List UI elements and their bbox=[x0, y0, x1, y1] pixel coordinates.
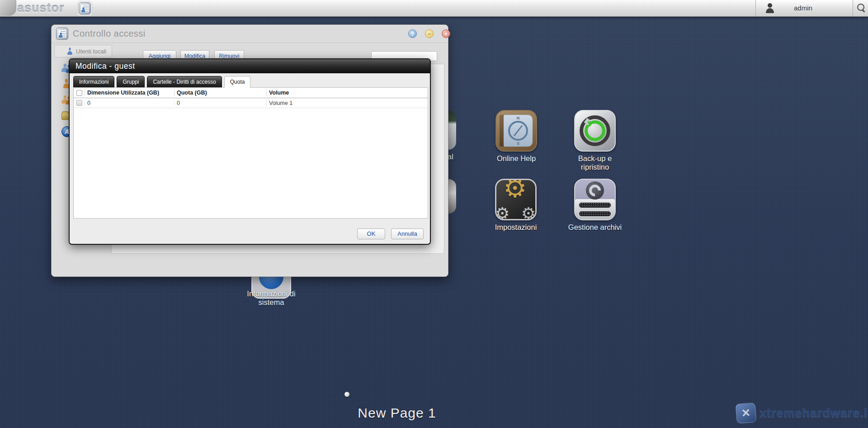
column-header[interactable]: Dimensione Utilizzata (GB) bbox=[85, 90, 174, 96]
table-header-row: Dimensione Utilizzata (GB) Quota (GB) Vo… bbox=[74, 88, 428, 98]
tab-quota[interactable]: Quota bbox=[224, 76, 251, 88]
partial-app-icon-top[interactable] bbox=[448, 111, 456, 150]
watermark: ✕ xtremehardware.it bbox=[736, 403, 868, 423]
tab-cartelle-diritti[interactable]: Cartelle - Diritti di accesso bbox=[147, 76, 222, 88]
user-silhouette-icon bbox=[765, 3, 775, 13]
icon-label: Impostazioni bbox=[482, 223, 550, 232]
sidebar-item-label: Utenti locali bbox=[76, 48, 106, 55]
cell-used-size: 0 bbox=[85, 100, 174, 106]
tab-informazioni[interactable]: Informazioni bbox=[73, 76, 114, 88]
column-header[interactable]: Volume bbox=[266, 90, 428, 96]
asustor-logo: asustor bbox=[17, 0, 65, 16]
access-control-icon bbox=[56, 28, 68, 40]
table-row[interactable]: 0 0 Volume 1 bbox=[74, 98, 428, 108]
ok-button[interactable]: OK bbox=[357, 228, 385, 239]
icon-label: Gestione archivi bbox=[554, 223, 636, 232]
watermark-text: xtremehardware.it bbox=[760, 406, 868, 420]
window-close-button[interactable]: × bbox=[442, 29, 450, 38]
online-help-book-compass-icon bbox=[495, 110, 537, 152]
user-name-label: admin bbox=[794, 4, 812, 12]
page-indicator-dot[interactable] bbox=[344, 392, 349, 397]
dialog-titlebar[interactable]: Modifica - guest bbox=[70, 59, 430, 74]
column-header[interactable]: Quota (GB) bbox=[174, 90, 266, 96]
row-checkbox[interactable] bbox=[76, 100, 82, 106]
dialog-title: Modifica - guest bbox=[75, 62, 135, 71]
desktop-icon-storage-manager[interactable]: Gestione archivi bbox=[574, 179, 616, 220]
top-bar: asustor admin bbox=[0, 0, 868, 17]
select-all-checkbox[interactable] bbox=[76, 90, 82, 96]
cell-quota: 0 bbox=[174, 100, 266, 106]
desktop-icon-online-help[interactable]: Online Help bbox=[495, 110, 537, 152]
settings-gears-icon bbox=[495, 179, 537, 220]
search-icon[interactable] bbox=[857, 4, 866, 13]
window-help-button[interactable]: ? bbox=[408, 29, 417, 38]
local-user-icon bbox=[67, 48, 72, 55]
desktop-page-label: New Page 1 bbox=[334, 405, 460, 421]
xtremehardware-logo-icon: ✕ bbox=[736, 403, 757, 424]
storage-manager-icon bbox=[574, 179, 616, 220]
user-menu-button[interactable]: admin bbox=[755, 0, 853, 16]
edit-guest-dialog: Modifica - guest Informazioni Gruppi Car… bbox=[69, 58, 431, 245]
sidebar-item-local-users[interactable]: Utenti locali bbox=[54, 45, 112, 57]
cancel-button[interactable]: Annulla bbox=[391, 228, 424, 239]
cell-volume: Volume 1 bbox=[266, 100, 428, 106]
dialog-footer: OK Annulla bbox=[70, 219, 430, 244]
dialog-tabbar: Informazioni Gruppi Cartelle - Diritti d… bbox=[73, 76, 426, 88]
quota-panel: Dimensione Utilizzata (GB) Quota (GB) Vo… bbox=[73, 87, 428, 219]
desktop-icon-backup[interactable]: Back-up e ripristino bbox=[574, 110, 616, 152]
corner-button[interactable] bbox=[0, 0, 16, 16]
icon-label: Informazioni di sistema bbox=[240, 290, 303, 307]
backup-restore-icon bbox=[574, 110, 616, 152]
icon-label: Back-up e ripristino bbox=[566, 154, 624, 171]
access-control-icon bbox=[79, 2, 91, 14]
taskbar-item-access-control[interactable] bbox=[77, 1, 92, 16]
desktop-icon-settings[interactable]: Impostazioni bbox=[495, 179, 537, 220]
window-titlebar[interactable]: Controllo accessi ? − × bbox=[52, 25, 448, 43]
window-minimize-button[interactable]: − bbox=[425, 29, 434, 38]
window-title: Controllo accessi bbox=[73, 29, 146, 39]
icon-label: Online Help bbox=[482, 154, 550, 163]
tab-gruppi[interactable]: Gruppi bbox=[117, 76, 145, 88]
partial-app-icon-bottom[interactable] bbox=[448, 179, 456, 214]
